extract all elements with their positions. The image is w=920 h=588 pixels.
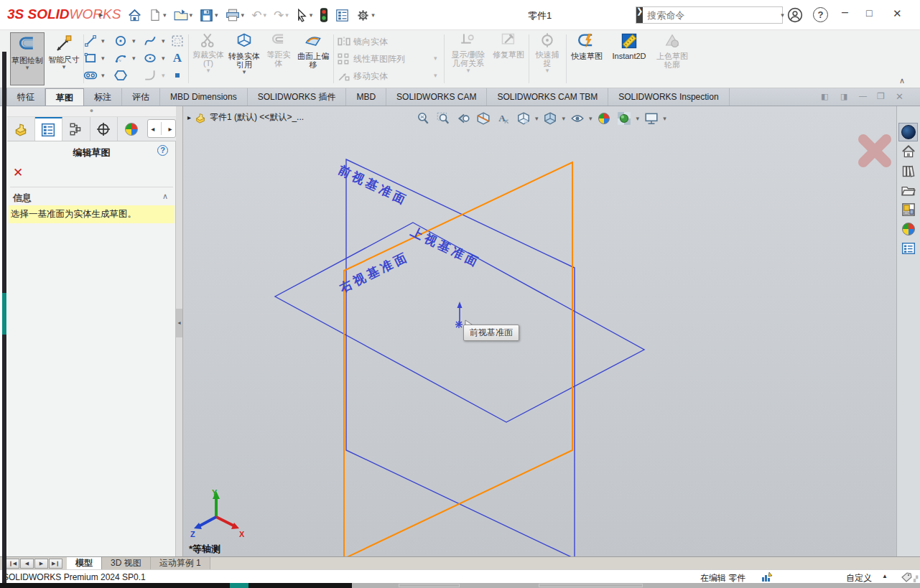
status-custom-up-icon[interactable]: ▲ (882, 573, 888, 579)
tab-addins[interactable]: SOLIDWORKS 插件 (248, 88, 347, 106)
search-box[interactable]: ❯_ ▾ (636, 6, 783, 24)
open-button[interactable]: ▾ (172, 4, 195, 26)
instant2d-button[interactable]: Instant2D (608, 32, 651, 60)
view-settings-button[interactable] (643, 111, 659, 127)
move-entities-button[interactable]: 移动实体 (338, 68, 388, 84)
offset-entities-button[interactable]: 等距实体 (264, 32, 293, 67)
tab-configuration-manager[interactable] (62, 117, 90, 141)
close-button[interactable]: ✕ (893, 7, 902, 20)
ellipse-dropdown[interactable]: ▾ (162, 55, 165, 62)
new-document-dropdown[interactable]: ▾ (163, 12, 167, 19)
motion-study-tab[interactable]: 运动算例 1 (151, 557, 210, 569)
view-orientation-button[interactable] (515, 111, 531, 127)
section-view-button[interactable] (475, 111, 491, 127)
convert-entities-button[interactable]: 转换实体引用 ▾ (227, 32, 261, 75)
save-dropdown[interactable]: ▾ (215, 12, 218, 19)
tab-cam-tbm[interactable]: SOLIDWORKS CAM TBM (487, 88, 608, 106)
logo-flyout-icon[interactable]: ▸ (99, 10, 103, 19)
home-tab[interactable] (898, 142, 918, 161)
resources-tab[interactable] (898, 123, 918, 141)
print-dropdown[interactable]: ▾ (241, 12, 245, 19)
help-icon[interactable]: ? (157, 145, 168, 156)
smart-dimension-dropdown[interactable]: ▾ (47, 64, 80, 70)
prev-tab-button[interactable]: ◀ (20, 559, 34, 569)
view-orientation-dropdown[interactable]: ▾ (535, 116, 539, 122)
display-delete-relations-dropdown[interactable]: ▾ (448, 67, 488, 74)
fillet-dropdown[interactable]: ▾ (162, 73, 165, 79)
slot-tool[interactable] (83, 67, 98, 83)
smart-dimension-button[interactable]: 智能尺寸 ▾ (47, 32, 80, 85)
trim-entities-button[interactable]: 剪裁实体(T) ▾ (192, 32, 224, 74)
redo-button[interactable]: ↷▾ (272, 4, 290, 26)
display-style-dropdown[interactable]: ▾ (562, 116, 566, 122)
linear-pattern-dropdown[interactable]: ▾ (434, 55, 437, 62)
panel-splitter-handle[interactable]: ● (7, 106, 176, 117)
linear-pattern-button[interactable]: 线性草图阵列 (338, 51, 405, 67)
tab-display-manager[interactable] (118, 117, 145, 141)
account-button[interactable] (787, 7, 803, 25)
panel-viewport-splitter[interactable]: ◂ (176, 106, 183, 556)
circle-tool[interactable] (113, 33, 129, 49)
hide-show-items-dropdown[interactable]: ▾ (589, 116, 593, 122)
last-tab-button[interactable]: ▶❙ (49, 559, 62, 569)
tab-features[interactable]: 特征 (6, 88, 45, 106)
quick-snaps-button[interactable]: 快速捕捉 ▾ (533, 32, 562, 74)
save-button[interactable]: ▾ (198, 4, 220, 26)
tab-cam[interactable]: SOLIDWORKS CAM (386, 88, 487, 106)
undo-dropdown[interactable]: ▾ (263, 12, 266, 19)
tab-mbd[interactable]: MBD (346, 88, 386, 106)
open-dropdown[interactable]: ▾ (190, 12, 193, 19)
cancel-sketch-button[interactable]: ✕ (13, 165, 23, 180)
circle-dropdown[interactable]: ▾ (132, 38, 136, 45)
zoom-area-button[interactable] (435, 111, 451, 127)
help-button[interactable]: ? (813, 7, 828, 22)
flyout-expand-icon[interactable]: ▸ (187, 113, 191, 121)
doc-close-button[interactable]: ✕ (896, 91, 903, 102)
zoom-fit-button[interactable] (414, 111, 431, 127)
origin-marker[interactable] (455, 302, 463, 328)
custom-properties-tab[interactable] (898, 239, 918, 258)
options-dropdown[interactable]: ▾ (371, 12, 375, 19)
tab-sketch[interactable]: 草图 (45, 88, 84, 106)
view-settings-dropdown[interactable]: ▾ (663, 116, 666, 122)
message-section-header[interactable]: 信息 (13, 192, 32, 205)
pane-left-toggle-icon[interactable]: ◧ (821, 92, 828, 101)
resize-grip[interactable]: ▞ (914, 576, 918, 582)
sketch-picture-tool[interactable] (169, 33, 185, 49)
rebuild-button[interactable] (318, 4, 330, 26)
doc-minimize-button[interactable]: — (859, 91, 867, 100)
splitter-collapse-handle[interactable]: ◂ (176, 309, 182, 337)
repair-sketch-button[interactable]: 修复草图 (493, 32, 524, 59)
tab-property-manager[interactable] (35, 117, 63, 141)
home-button[interactable] (126, 4, 143, 26)
select-dropdown[interactable]: ▾ (310, 12, 313, 19)
view-palette-tab[interactable] (898, 200, 918, 219)
polygon-tool[interactable] (113, 67, 129, 83)
display-delete-relations-button[interactable]: 显示/删除几何关系 ▾ (448, 32, 488, 74)
scroll-right-icon[interactable]: ▸ (168, 125, 172, 133)
rectangle-dropdown[interactable]: ▾ (101, 55, 105, 62)
select-button[interactable]: ▾ (294, 4, 315, 26)
exit-sketch-cancel-icon[interactable] (856, 134, 893, 168)
apply-scene-dropdown[interactable]: ▾ (636, 116, 640, 122)
3d-views-tab[interactable]: 3D 视图 (102, 557, 151, 569)
doc-restore-button[interactable]: ❐ (877, 91, 885, 101)
document-label[interactable]: 零件1 (默认) <<默认>_... (210, 111, 304, 123)
minimize-button[interactable]: – (842, 6, 848, 19)
trim-entities-dropdown[interactable]: ▾ (192, 67, 224, 74)
offset-on-surface-button[interactable]: 曲面上偏移 (296, 32, 330, 69)
sketch-button[interactable]: 草图绘制 ▾ (10, 32, 45, 85)
slot-dropdown[interactable]: ▾ (101, 73, 105, 79)
text-tool[interactable]: A (169, 50, 185, 66)
previous-view-button[interactable] (455, 111, 471, 127)
front-plane-outline[interactable] (346, 159, 575, 556)
quick-snaps-dropdown[interactable]: ▾ (533, 67, 562, 74)
point-tool[interactable] (169, 67, 185, 83)
pane-right-toggle-icon[interactable]: ◨ (840, 92, 847, 101)
search-input[interactable] (643, 10, 778, 21)
file-explorer-tab[interactable] (898, 181, 918, 200)
shaded-contours-button[interactable]: 上色草图轮廓 (655, 32, 689, 69)
tab-evaluate[interactable]: 评估 (122, 88, 160, 106)
tab-inspection[interactable]: SOLIDWORKS Inspection (608, 88, 729, 106)
ellipse-tool[interactable] (142, 50, 158, 66)
